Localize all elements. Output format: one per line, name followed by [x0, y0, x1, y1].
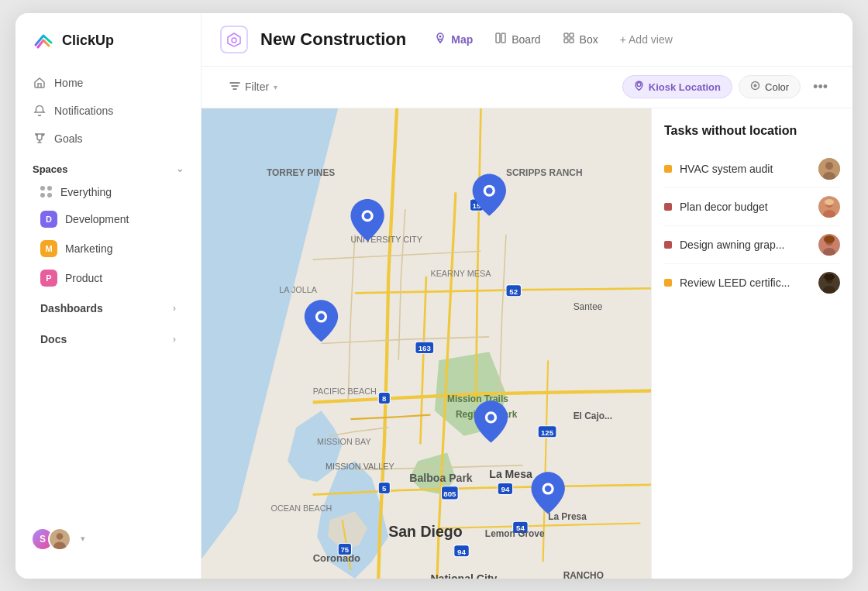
tab-map[interactable]: Map: [425, 27, 482, 52]
toolbar-right: Kiosk Location Color •••: [622, 74, 834, 100]
sidebar-item-home[interactable]: Home: [23, 69, 193, 97]
sidebar-item-notifications[interactable]: Notifications: [23, 97, 193, 125]
sidebar-item-product-label: Product: [65, 272, 102, 284]
logo: ClickUp: [16, 29, 201, 69]
filter-button[interactable]: Filter ▾: [220, 76, 287, 98]
svg-marker-3: [228, 33, 240, 46]
task-label-1: HVAC system audit: [680, 163, 811, 175]
map-svg: 805 5 8 52 163 15: [202, 108, 651, 579]
home-icon: [33, 76, 46, 90]
tab-board[interactable]: Board: [485, 27, 549, 52]
color-label: Color: [765, 81, 789, 93]
app-container: ClickUp Home: [16, 13, 852, 579]
add-view-label: + Add view: [620, 33, 673, 46]
svg-text:PACIFIC BEACH: PACIFIC BEACH: [313, 386, 377, 395]
svg-text:125: 125: [541, 428, 554, 436]
svg-text:Lemon Grove: Lemon Grove: [485, 527, 545, 538]
marketing-badge: M: [40, 240, 57, 257]
svg-text:LA JOLLA: LA JOLLA: [279, 285, 318, 294]
sidebar-nav: Home Notifications: [16, 69, 201, 153]
svg-text:National City: National City: [430, 572, 497, 579]
dashboards-label: Dashboards: [40, 302, 103, 314]
task-dot-1: [664, 165, 672, 173]
map-container[interactable]: 805 5 8 52 163 15: [202, 108, 651, 579]
view-tabs: Map Board: [425, 27, 682, 52]
sidebar-item-goals[interactable]: Goals: [23, 125, 193, 153]
svg-point-66: [318, 313, 325, 320]
avatar-photo: [48, 527, 71, 551]
svg-point-70: [545, 485, 552, 492]
filter-label: Filter: [245, 81, 269, 93]
project-icon: [220, 26, 248, 53]
svg-text:Coronado: Coronado: [313, 552, 360, 564]
svg-point-62: [364, 212, 371, 219]
svg-point-1: [57, 533, 64, 540]
svg-text:La Presa: La Presa: [548, 511, 587, 522]
everything-icon: [40, 186, 53, 198]
add-view-button[interactable]: + Add view: [611, 29, 682, 50]
task-label-4: Review LEED certific...: [680, 277, 811, 289]
sidebar-item-notifications-label: Notifications: [54, 105, 113, 117]
sidebar: ClickUp Home: [16, 13, 202, 579]
svg-point-4: [232, 38, 236, 43]
trophy-icon: [33, 132, 46, 146]
svg-text:75: 75: [340, 545, 349, 554]
sidebar-item-marketing-label: Marketing: [65, 242, 112, 255]
logo-text: ClickUp: [62, 33, 114, 49]
kiosk-location-button[interactable]: Kiosk Location: [622, 75, 732, 98]
task-item-2[interactable]: Plan decor budget: [664, 188, 840, 226]
toolbar-left: Filter ▾: [220, 76, 287, 98]
tasks-panel: Tasks without location HVAC system audit: [651, 108, 852, 579]
svg-text:94: 94: [501, 485, 509, 493]
bell-icon: [33, 104, 46, 118]
sidebar-item-development[interactable]: D Development: [23, 204, 193, 234]
svg-text:TORREY PINES: TORREY PINES: [267, 167, 335, 177]
svg-point-14: [754, 84, 757, 88]
task-item-1[interactable]: HVAC system audit: [664, 150, 840, 188]
kiosk-location-label: Kiosk Location: [649, 81, 721, 93]
svg-point-81: [824, 235, 835, 243]
spaces-section-header: Spaces ⌄: [16, 153, 201, 180]
sidebar-footer: S ▾: [16, 515, 201, 563]
avatar-stack: S: [31, 527, 71, 551]
footer-dropdown-icon[interactable]: ▾: [81, 534, 85, 544]
svg-text:Balboa Park: Balboa Park: [409, 472, 473, 484]
sidebar-item-product[interactable]: P Product: [23, 263, 193, 293]
svg-text:UNIVERSITY CITY: UNIVERSITY CITY: [350, 235, 422, 244]
task-dot-2: [664, 203, 672, 211]
sidebar-item-dashboards[interactable]: Dashboards ›: [23, 294, 193, 322]
tab-box[interactable]: Box: [553, 27, 608, 52]
sidebar-item-docs[interactable]: Docs ›: [23, 325, 193, 353]
svg-point-72: [825, 162, 833, 170]
svg-rect-6: [496, 33, 500, 43]
svg-point-12: [637, 83, 641, 87]
sidebar-item-home-label: Home: [54, 77, 83, 89]
task-label-3: Design awning grap...: [680, 239, 811, 251]
color-button[interactable]: Color: [739, 75, 801, 98]
color-icon: [750, 81, 760, 93]
toolbar: Filter ▾ Kiosk Location: [202, 67, 852, 108]
svg-text:La Mesa: La Mesa: [489, 467, 532, 479]
svg-text:805: 805: [443, 489, 456, 497]
task-dot-4: [664, 279, 672, 287]
svg-text:163: 163: [418, 344, 432, 352]
content-area: 805 5 8 52 163 15: [202, 108, 852, 579]
task-item-3[interactable]: Design awning grap...: [664, 226, 840, 264]
svg-point-85: [825, 274, 834, 280]
task-avatar-1: [818, 158, 840, 180]
kiosk-location-icon: [634, 81, 644, 93]
box-tab-icon: [563, 32, 575, 47]
more-options-button[interactable]: •••: [807, 74, 834, 100]
task-item-4[interactable]: Review LEED certific...: [664, 264, 840, 301]
sidebar-item-marketing[interactable]: M Marketing: [23, 234, 193, 263]
sidebar-item-everything[interactable]: Everything: [23, 180, 193, 204]
svg-text:San Diego: San Diego: [388, 522, 462, 539]
svg-rect-8: [564, 33, 568, 37]
task-avatar-3: [818, 234, 840, 256]
tab-box-label: Box: [580, 33, 598, 46]
development-badge: D: [40, 211, 57, 228]
svg-text:52: 52: [509, 287, 518, 295]
panel-title: Tasks without location: [664, 124, 840, 138]
svg-point-64: [486, 187, 493, 194]
spaces-chevron-icon[interactable]: ⌄: [176, 163, 184, 174]
